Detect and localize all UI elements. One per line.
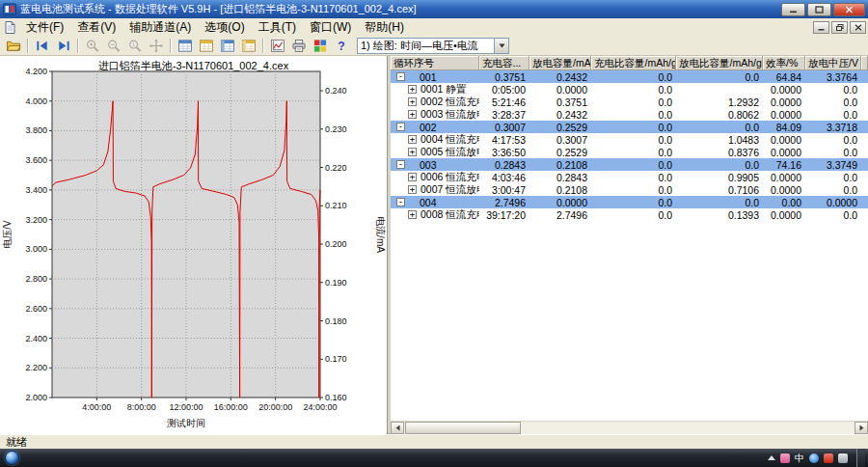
data-cell: 0.0000: [763, 147, 805, 158]
column-header-6[interactable]: 效率/%: [763, 56, 805, 70]
data-cell: 0.0: [805, 209, 861, 221]
svg-text:20:00:00: 20:00:00: [258, 402, 292, 412]
tray-monitor-icon[interactable]: [824, 453, 833, 463]
menu-item-5[interactable]: 工具(T): [252, 18, 303, 37]
document-icon[interactable]: [4, 21, 16, 34]
expand-toggle[interactable]: +: [408, 135, 417, 144]
plot-type-combo[interactable]: 1) 绘图: 时间—电压•电流: [357, 38, 509, 54]
cycle-row[interactable]: -0020.30070.25290.00.084.093.3718: [391, 121, 868, 133]
close-button[interactable]: [833, 3, 865, 16]
column-header-7[interactable]: 放电中压/V: [805, 56, 861, 70]
menu-bar: 文件(F)查看(V)辅助通道(A)选项(O)工具(T)窗口(W)帮助(H): [0, 18, 868, 36]
cycle-row[interactable]: -0042.74960.00000.00.00.000.0000: [391, 196, 868, 208]
arrow-prev-icon: [35, 39, 50, 53]
horizontal-scrollbar[interactable]: [391, 421, 868, 434]
column-header-5[interactable]: 放电比容量/mAh/g: [676, 56, 763, 70]
step-row[interactable]: +0007 恒流放电3:00:470.21080.00.71060.00000.…: [391, 183, 868, 196]
data-cell: 0.0: [591, 147, 676, 158]
scroll-track[interactable]: [404, 422, 854, 434]
step-row[interactable]: +0001 静置0:05:000.00000.00.00000.0: [391, 83, 868, 96]
data-cell: 0.2108: [529, 159, 591, 171]
data-table-button[interactable]: [175, 37, 196, 55]
step-row[interactable]: +0004 恒流充电4:17:530.30070.01.04830.00000.…: [391, 133, 868, 146]
scroll-thumb[interactable]: [405, 422, 521, 434]
grid-blue-icon: [177, 39, 193, 53]
tray-volume-icon[interactable]: [838, 453, 848, 463]
data-cell: 3:28:37: [479, 109, 529, 121]
row-id-cell: +0004 恒流充电: [391, 133, 479, 147]
expand-toggle[interactable]: +: [408, 210, 417, 219]
cycle-table-button[interactable]: [196, 37, 217, 55]
expand-toggle[interactable]: +: [408, 148, 417, 156]
mdi-restore-button[interactable]: [831, 21, 848, 34]
data-cell: 0.0000: [763, 84, 805, 96]
svg-text:3.200: 3.200: [25, 215, 47, 225]
cycle-row[interactable]: -0010.37510.24320.00.064.843.3764: [391, 70, 868, 83]
expand-toggle[interactable]: +: [408, 110, 417, 119]
data-cell: 5:21:46: [479, 96, 529, 108]
data-cell: 1.0483: [676, 134, 763, 146]
zoom-reset-button: 1: [124, 37, 146, 55]
help-button[interactable]: ?: [331, 37, 352, 55]
scroll-left-button[interactable]: [391, 422, 404, 434]
chevron-down-icon[interactable]: [494, 39, 508, 53]
open-file-button[interactable]: [3, 37, 24, 55]
scroll-right-button[interactable]: [854, 422, 868, 434]
data-cell: 0.0000: [763, 134, 805, 146]
svg-text:2.400: 2.400: [25, 334, 47, 343]
menu-item-1[interactable]: 文件(F): [19, 18, 70, 37]
next-page-button[interactable]: [53, 37, 74, 55]
maximize-button[interactable]: [807, 3, 831, 16]
collapse-toggle[interactable]: -: [396, 72, 405, 81]
show-desktop-button[interactable]: [856, 449, 865, 467]
step-row[interactable]: +0002 恒流充电5:21:460.37510.01.29320.00000.…: [391, 96, 868, 108]
row-label: 003: [420, 159, 437, 171]
start-button[interactable]: [5, 451, 19, 465]
minimize-button[interactable]: [781, 3, 805, 16]
expand-toggle[interactable]: +: [408, 85, 417, 94]
tray-network-icon[interactable]: [809, 453, 819, 463]
data-cell: 64.84: [763, 71, 805, 83]
menu-item-7[interactable]: 帮助(H): [358, 18, 411, 37]
column-header-1[interactable]: 循环序号: [391, 56, 479, 70]
row-label: 002: [420, 122, 437, 133]
column-header-4[interactable]: 充电比容量/mAh/g: [591, 56, 676, 70]
prev-page-button[interactable]: [32, 37, 53, 55]
row-id-cell: +0001 静置: [391, 83, 479, 96]
step-row[interactable]: +0003 恒流放电3:28:370.24320.00.80620.00000.…: [391, 108, 868, 121]
column-header-2[interactable]: 充电容...: [479, 56, 529, 70]
expand-toggle[interactable]: +: [408, 173, 417, 181]
step-row[interactable]: +0008 恒流充电39:17:202.74960.00.13930.00000…: [391, 208, 868, 221]
mdi-minimize-button[interactable]: [813, 21, 829, 34]
collapse-toggle[interactable]: -: [396, 198, 405, 206]
menu-item-3[interactable]: 辅助通道(A): [122, 18, 198, 37]
data-cell: 0.0: [805, 109, 861, 121]
collapse-toggle[interactable]: -: [396, 160, 405, 169]
expand-toggle[interactable]: +: [408, 185, 417, 194]
column-header-3[interactable]: 放电容量/mAh: [529, 56, 591, 70]
print-button[interactable]: [288, 37, 310, 55]
step-row[interactable]: +0006 恒流充电4:03:460.28430.00.99050.00000.…: [391, 171, 868, 183]
mdi-close-button[interactable]: [850, 21, 866, 34]
chart-title: 进口铝箔半电池-3-N1170601_002_4.cex: [0, 59, 387, 73]
cycle-row[interactable]: -0030.28430.21080.00.074.163.3749: [391, 158, 868, 171]
menu-item-2[interactable]: 查看(V): [70, 18, 122, 37]
collapse-toggle[interactable]: -: [396, 123, 405, 131]
menu-item-4[interactable]: 选项(O): [198, 18, 251, 37]
plot-button[interactable]: [267, 37, 288, 55]
expand-toggle[interactable]: +: [408, 97, 417, 106]
record-table-button[interactable]: [238, 37, 259, 55]
menu-item-6[interactable]: 窗口(W): [303, 18, 358, 37]
data-cell: 0.0000: [763, 96, 805, 108]
step-row[interactable]: +0005 恒流放电3:36:500.25290.00.83760.00000.…: [391, 146, 868, 158]
row-id-cell: +0007 恒流放电: [391, 183, 479, 197]
zoom-in-button: [82, 37, 103, 55]
hidden-icons-chevron-icon[interactable]: [768, 455, 775, 460]
row-label: 0007 恒流放电: [420, 183, 479, 197]
tray-app-icon[interactable]: [780, 453, 790, 463]
data-cell: 0.0: [676, 122, 763, 133]
data-cell: 0.0: [591, 134, 676, 146]
ime-indicator[interactable]: 中: [795, 453, 804, 463]
step-table-button[interactable]: [217, 37, 238, 55]
palette-button[interactable]: [310, 37, 331, 55]
